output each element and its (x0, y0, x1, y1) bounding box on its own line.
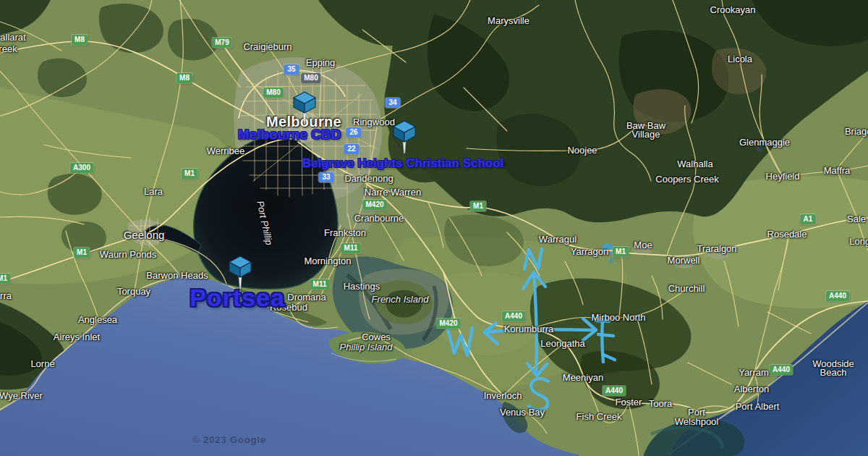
route-shield-a300: A300 (70, 163, 93, 173)
place-label: Yarragon (571, 246, 609, 257)
route-shield-m1: M1 (182, 169, 197, 179)
place-label: Moe (634, 240, 652, 250)
place-label: Inverloch (484, 390, 522, 401)
place-label: Lorne (30, 358, 54, 369)
place-label: Alberton (734, 384, 769, 394)
place-label: Korumburra (504, 324, 554, 334)
place-label: Cowes (362, 332, 391, 342)
place-label: Noojee (567, 145, 597, 156)
place-label: Crookayan (710, 4, 756, 15)
place-label: Traralgon (697, 243, 736, 254)
annotation-label: Belgrave Heights Christian School (302, 156, 504, 171)
place-label: Mornington (304, 256, 351, 266)
place-label: Longford (849, 236, 868, 247)
place-label: Glenmaggie (739, 137, 790, 148)
place-label: Cranbourne (354, 213, 404, 224)
map-marker-belgrave-heights-christian-school[interactable] (391, 119, 417, 156)
place-label: Aireys Inlet (54, 332, 100, 342)
place-label: Venus Bay (500, 407, 545, 418)
place-label: Briagolong (845, 126, 868, 137)
overlay-layer: allaratreekCraigieburnEppingMarysvilleCr… (0, 0, 868, 456)
place-label: Morwell (668, 255, 700, 266)
route-shield-26: 26 (346, 127, 361, 138)
route-shield-m80: M80 (263, 88, 283, 98)
place-label: Narre Warren (365, 187, 421, 198)
place-label: Hastings (344, 281, 380, 292)
place-label: Dandenong (344, 173, 393, 184)
place-label: Rosedale (767, 229, 807, 240)
place-label: Torquay (117, 286, 150, 297)
route-shield-m79: M79 (212, 38, 231, 48)
place-label: Warragul (539, 234, 576, 245)
annotation-label: Melbourne CBD (238, 127, 341, 143)
route-shield-m1: M1 (74, 248, 90, 258)
map-marker-icon (391, 119, 417, 156)
place-label: Mirboo North (591, 312, 645, 323)
map-marker-icon (292, 90, 318, 127)
place-label: Marysville (488, 15, 529, 26)
place-label: Frankston (324, 227, 366, 238)
route-shield-m420: M420 (436, 318, 460, 329)
place-label: Foster (616, 397, 642, 408)
place-label: Maffra (824, 165, 851, 176)
route-shield-35: 35 (284, 64, 299, 75)
route-shield-a1: A1 (801, 214, 816, 224)
place-label: Fish Creek (576, 411, 622, 422)
route-shield-m420: M420 (362, 200, 386, 210)
place-label: Wye River (0, 390, 43, 401)
place-label: Beach (820, 367, 847, 378)
place-label: Leongatha (540, 338, 584, 349)
annotation-label: Portsea (190, 284, 285, 312)
route-shield-m8: M8 (72, 35, 88, 45)
place-label: Licola (728, 54, 752, 64)
place-label: Heyfield (766, 171, 800, 182)
place-label: Toora (649, 398, 673, 409)
water-label: Phillip Island (340, 342, 393, 352)
route-shield-m8: M8 (176, 73, 192, 83)
route-shield-m1: M1 (0, 274, 10, 284)
place-label: Village (632, 129, 660, 140)
route-shield-a440: A440 (502, 311, 525, 321)
route-shield-34: 34 (385, 98, 400, 108)
place-label: Welshpool (675, 416, 718, 427)
place-label: allarat (0, 32, 25, 43)
place-label: Dromana (287, 292, 326, 303)
place-label: Sale (847, 214, 866, 224)
water-label: Port Phillip (255, 200, 275, 246)
place-label: Lara (144, 186, 163, 197)
route-shield-a440: A440 (603, 386, 626, 396)
place-label: Barwon Heads (146, 270, 208, 281)
route-shield-m1: M1 (470, 201, 486, 211)
route-shield-a440: A440 (826, 291, 849, 301)
place-label: Walhalla (677, 159, 712, 169)
place-label: Coopers Creek (655, 174, 718, 185)
route-shield-m11: M11 (341, 243, 361, 253)
place-label: Geelong (124, 229, 165, 241)
place-label: Werribee (207, 145, 245, 156)
place-label: Craigieburn (243, 41, 292, 52)
place-label: rra (0, 290, 12, 301)
place-label: Port Albert (736, 401, 780, 412)
place-label: Ringwood (353, 117, 395, 127)
place-label: Churchill (668, 283, 705, 294)
place-label: Epping (306, 57, 335, 68)
map-marker-melbourne-cbd[interactable] (292, 90, 318, 127)
satellite-map-canvas[interactable]: allaratreekCraigieburnEppingMarysvilleCr… (0, 0, 868, 456)
place-label: Waurn Ponds (100, 249, 156, 260)
route-shield-m1: M1 (613, 247, 629, 257)
place-label: Yarram (739, 367, 769, 378)
route-shield-22: 22 (344, 144, 359, 154)
place-label: reek (0, 43, 17, 54)
route-shield-m80: M80 (301, 73, 320, 83)
route-shield-a440: A440 (770, 365, 793, 375)
place-label: Meeniyan (563, 372, 603, 383)
route-shield-33: 33 (318, 172, 333, 182)
water-label: French Island (372, 294, 429, 305)
map-attribution: © 2023 Google (192, 434, 266, 445)
route-shield-m11: M11 (310, 279, 330, 290)
place-label: Anglesea (78, 314, 117, 325)
